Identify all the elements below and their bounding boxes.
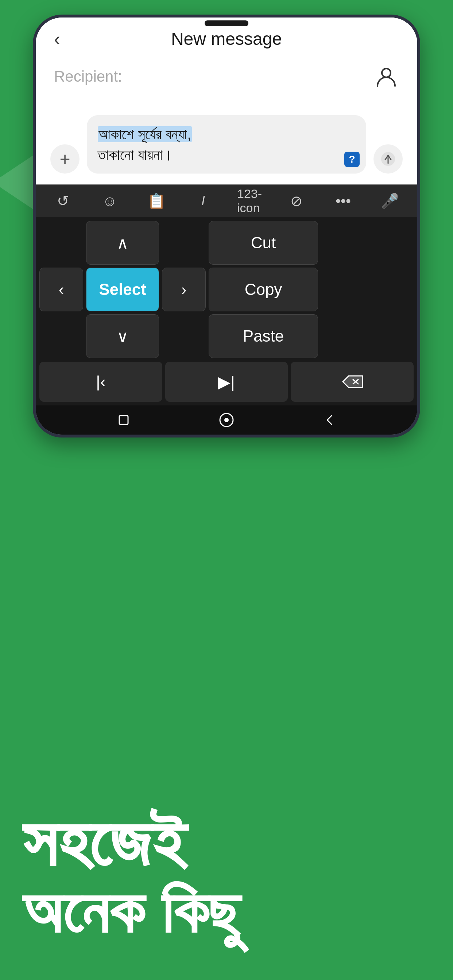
keyboard-toolbar: ↺ ☺ 📋 I 123-icon ⊘ ••• 🎤 <box>36 185 417 217</box>
status-pill <box>205 21 248 26</box>
tagline-text: সহজেই অনেক কিছু <box>22 806 431 943</box>
page-title: New message <box>171 29 282 49</box>
status-bar <box>36 18 417 29</box>
nav-key-section: ∧ Cut ‹ Select › Copy ∨ Paste <box>36 217 417 362</box>
emoji-icon[interactable]: ☺ <box>97 188 123 214</box>
arrow-up-key[interactable]: ∧ <box>86 221 159 265</box>
arrow-left-key[interactable]: ‹ <box>39 267 83 311</box>
svg-point-0 <box>382 68 391 77</box>
message-text-line2: তাকানো যায়না। <box>98 146 172 162</box>
app-header: ‹ New message <box>36 29 417 49</box>
tagline-line1: সহজেই <box>22 806 431 879</box>
italic-icon[interactable]: I <box>190 188 216 214</box>
contact-picker-button[interactable] <box>373 64 399 89</box>
back-button[interactable]: ‹ <box>54 28 60 50</box>
recents-button[interactable] <box>115 411 133 429</box>
attach-button[interactable]: + <box>50 145 80 173</box>
selected-text: আকাশে সূর্যের বন্যা, <box>98 126 192 142</box>
keyboard-area: ↺ ☺ 📋 I 123-icon ⊘ ••• 🎤 ∧ Cut ‹ Select … <box>36 185 417 434</box>
compose-row: + আকাশে সূর্যের বন্যা, তাকানো যায়না। ? <box>50 115 403 173</box>
paste-key[interactable]: Paste <box>209 314 318 358</box>
message-text: আকাশে সূর্যের বন্যা, তাকানো যায়না। <box>98 124 355 165</box>
mic-icon[interactable]: 🎤 <box>377 188 403 214</box>
send-button[interactable] <box>373 145 403 173</box>
svg-point-5 <box>224 418 229 422</box>
keyboard-bottom-row: |‹ ▶| <box>36 362 417 406</box>
phone-screen: ‹ New message Recipient: + আকাশে সূর্যের… <box>36 18 417 434</box>
arrow-down-key[interactable]: ∨ <box>86 314 159 358</box>
system-nav-bar <box>36 406 417 434</box>
select-key[interactable]: Select <box>86 267 159 311</box>
backspace-key[interactable] <box>291 362 414 402</box>
message-bubble[interactable]: আকাশে সূর্যের বন্যা, তাকানো যায়না। ? <box>87 115 366 173</box>
phone-frame: ‹ New message Recipient: + আকাশে সূর্যের… <box>33 14 420 438</box>
clipboard-icon[interactable]: 📋 <box>144 188 169 214</box>
svg-rect-3 <box>119 415 128 425</box>
home-key[interactable]: |‹ <box>39 362 162 402</box>
cut-key[interactable]: Cut <box>209 221 318 265</box>
copy-key[interactable]: Copy <box>209 267 318 311</box>
recipient-input[interactable]: Recipient: <box>54 68 373 85</box>
end-key[interactable]: ▶| <box>165 362 288 402</box>
123-icon[interactable]: 123-icon <box>237 188 263 214</box>
undo-icon[interactable]: ↺ <box>50 188 76 214</box>
home-button[interactable] <box>217 411 236 429</box>
more-icon[interactable]: ••• <box>330 188 356 214</box>
question-badge: ? <box>344 152 360 167</box>
arrow-right-key[interactable]: › <box>162 267 206 311</box>
message-compose-area: + আকাশে সূর্যের বন্যা, তাকানো যায়না। ? <box>36 104 417 185</box>
tagline-line2: অনেক কিছু <box>22 879 431 944</box>
back-nav-button[interactable] <box>320 411 338 429</box>
recipient-row[interactable]: Recipient: <box>36 49 417 104</box>
theme-icon[interactable]: ⊘ <box>284 188 309 214</box>
